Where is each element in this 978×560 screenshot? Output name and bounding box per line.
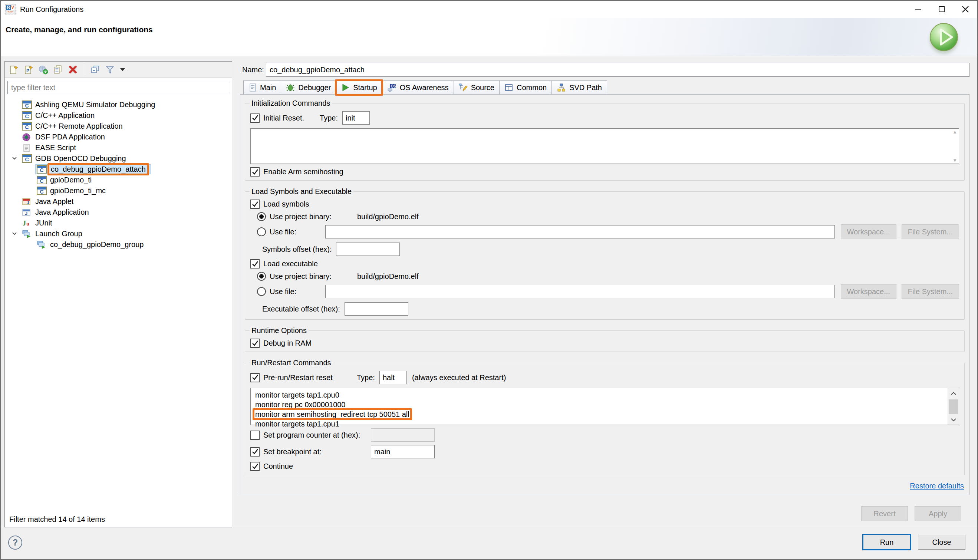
debug-in-ram-checkbox[interactable] (250, 338, 260, 348)
tree-item[interactable]: DSF PDA Application (5, 132, 232, 142)
breakpoint-input[interactable] (371, 445, 435, 458)
executable-file-system-button[interactable]: File System... (901, 284, 959, 299)
tab-os-awareness[interactable]: OS OS Awareness (382, 80, 454, 95)
svg-text:P: P (26, 68, 29, 73)
load-executable-checkbox[interactable] (250, 259, 260, 268)
semihosting-checkbox[interactable] (250, 167, 260, 177)
executable-workspace-button[interactable]: Workspace... (841, 284, 896, 299)
load-symbols-checkbox[interactable] (250, 200, 260, 209)
name-input[interactable] (266, 63, 970, 77)
close-window-button[interactable] (953, 1, 977, 18)
titlebar: RV </> Run Configurations (1, 1, 977, 18)
dialog-subtitle: Create, manage, and run configurations (5, 25, 153, 34)
help-icon[interactable]: ? (8, 535, 22, 550)
tree-item[interactable]: gpioDemo_ti (5, 175, 232, 185)
restart-type-label: Type: (357, 373, 375, 382)
tree-item[interactable]: gpioDemo_ti_mc (5, 185, 232, 196)
name-label: Name: (242, 66, 266, 74)
close-button[interactable]: Close (918, 535, 965, 550)
maximize-button[interactable] (930, 1, 953, 18)
set-breakpoint-checkbox[interactable] (250, 447, 260, 457)
set-pc-input[interactable] (371, 428, 435, 442)
tree-item[interactable]: J Java Applet (5, 196, 232, 207)
java-applet-icon: J (22, 197, 32, 206)
delete-configuration-icon[interactable] (68, 65, 78, 75)
chevron-down-icon[interactable] (12, 231, 17, 236)
run-logo-icon (930, 23, 958, 51)
close-icon (961, 5, 970, 13)
executable-project-binary-radio[interactable] (257, 272, 266, 281)
run-configurations-dialog: RV </> Run Configurations Create, manage… (0, 0, 978, 560)
toolbar-menu-arrow-icon[interactable] (120, 65, 125, 75)
executable-use-file-radio[interactable] (257, 287, 266, 296)
scroll-up-icon[interactable] (948, 388, 959, 398)
symbols-workspace-button[interactable]: Workspace... (841, 224, 896, 239)
reset-type-label: Type: (320, 114, 338, 122)
tab-debugger[interactable]: Debugger (281, 80, 336, 95)
apply-button[interactable]: Apply (915, 506, 961, 521)
prerun-reset-label: Pre-run/Restart reset (263, 373, 357, 382)
prerun-reset-checkbox[interactable] (250, 373, 260, 382)
tree-item[interactable]: GDB OpenOCD Debugging (5, 153, 232, 164)
new-configuration-icon[interactable] (8, 65, 18, 75)
export-configuration-icon[interactable] (38, 65, 48, 75)
tab-source[interactable]: Source (453, 80, 500, 95)
init-commands-textarea[interactable]: ▲▼ (250, 128, 959, 164)
symbols-use-file-radio[interactable] (257, 227, 266, 236)
scrollbar-thumb[interactable] (949, 399, 958, 414)
use-project-binary-label: Use project binary: (270, 272, 346, 281)
executable-offset-input[interactable] (345, 302, 408, 316)
tree-item[interactable]: Launch Group (5, 228, 232, 239)
initial-reset-checkbox[interactable] (250, 113, 260, 123)
toolbar-separator (84, 65, 84, 75)
run-commands-textarea[interactable]: monitor targets tap1.cpu0 monitor reg pc… (250, 388, 959, 425)
revert-button[interactable]: Revert (861, 506, 908, 521)
collapse-all-icon[interactable] (90, 65, 100, 75)
group-title: Initialization Commands (250, 99, 332, 108)
vertical-scrollbar[interactable] (948, 388, 959, 425)
duplicate-configuration-icon[interactable] (53, 65, 63, 75)
semihosting-label: Enable Arm semihosting (263, 168, 343, 176)
tree-item[interactable]: co_debug_gpioDemo_group (5, 239, 232, 250)
filter-input[interactable] (7, 81, 229, 94)
new-prototype-icon[interactable]: P (23, 65, 33, 75)
annotated-tree-label: co_debug_gpioDemo_attach (49, 165, 148, 173)
continue-checkbox[interactable] (250, 462, 260, 471)
load-executable-label: Load executable (263, 260, 318, 268)
symbols-file-system-button[interactable]: File System... (901, 224, 959, 239)
set-pc-checkbox[interactable] (250, 430, 260, 440)
minimize-button[interactable] (906, 1, 930, 18)
restore-defaults-link[interactable]: Restore defaults (910, 482, 964, 490)
symbols-file-input[interactable] (325, 225, 835, 238)
main-tab-icon (248, 83, 257, 92)
filter-icon[interactable] (105, 65, 115, 75)
c-application-icon (22, 100, 32, 109)
junit-icon: Ju (22, 219, 32, 227)
restart-type-input[interactable] (380, 371, 407, 384)
tab-main[interactable]: Main (243, 80, 281, 95)
tree-item[interactable]: EASE Script (5, 142, 232, 153)
symbols-offset-input[interactable] (336, 243, 400, 256)
tree-item[interactable]: C/C++ Application (5, 110, 232, 121)
command-line: monitor targets tap1.cpu1 (255, 419, 954, 429)
svg-text:J: J (27, 200, 29, 205)
startup-tab-content: Initialization Commands Initial Reset. T… (240, 94, 970, 495)
load-symbols-group: Load Symbols and Executable Load symbols… (245, 187, 965, 320)
tab-startup[interactable]: Startup (336, 80, 382, 95)
tab-common[interactable]: Common (499, 80, 552, 95)
tree-item-selected[interactable]: co_debug_gpioDemo_attach (5, 164, 232, 175)
revert-apply-row: Revert Apply (861, 506, 961, 521)
tab-svd-path[interactable]: SVD Path (551, 80, 607, 95)
tree-item[interactable]: C/C++ Remote Application (5, 121, 232, 132)
reset-type-input[interactable] (342, 111, 370, 125)
symbols-project-binary-radio[interactable] (257, 212, 266, 221)
svg-text:OS: OS (390, 84, 396, 88)
tree-item[interactable]: J Java Application (5, 207, 232, 218)
configurations-toolbar: P (5, 62, 232, 78)
run-button[interactable]: Run (862, 534, 911, 550)
scroll-down-icon[interactable] (948, 415, 959, 425)
chevron-down-icon[interactable] (12, 156, 17, 161)
tree-item[interactable]: Ashling QEMU Simulator Debugging (5, 99, 232, 110)
tree-item[interactable]: Ju JUnit (5, 218, 232, 228)
executable-file-input[interactable] (325, 285, 835, 298)
